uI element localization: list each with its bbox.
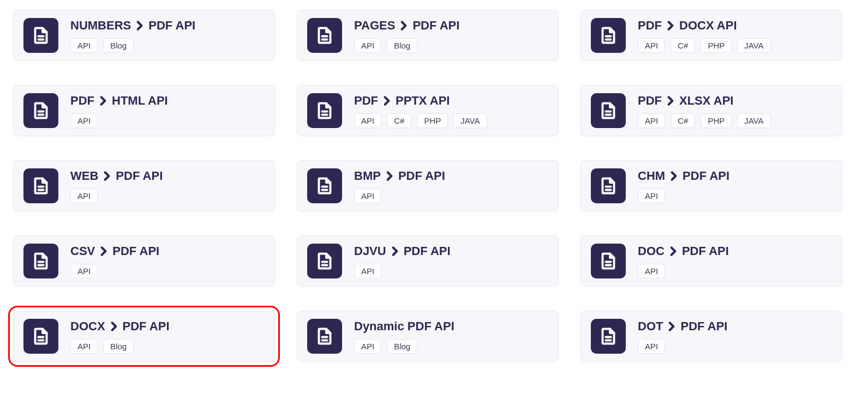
chevron-right-icon xyxy=(100,246,107,256)
card-title: PAGES PDF API xyxy=(354,19,459,33)
tag-list: API xyxy=(638,264,729,278)
title-from: PDF xyxy=(638,19,662,33)
tag[interactable]: API xyxy=(70,264,98,278)
card-title: NUMBERS PDF API xyxy=(70,19,195,33)
document-icon xyxy=(307,319,342,354)
api-card[interactable]: WEB PDF APIAPI xyxy=(13,160,275,211)
document-icon xyxy=(591,244,626,278)
title-from: BMP xyxy=(354,169,381,183)
card-title: PDF XLSX API xyxy=(638,94,771,108)
api-card[interactable]: DOC PDF APIAPI xyxy=(580,235,842,287)
document-icon xyxy=(307,93,342,128)
title-from: PAGES xyxy=(354,19,395,33)
tag[interactable]: API xyxy=(354,264,381,278)
tag-list: API xyxy=(70,264,159,278)
card-title: BMP PDF API xyxy=(354,169,445,183)
tag[interactable]: JAVA xyxy=(737,38,770,53)
tag[interactable]: C# xyxy=(671,38,695,53)
tag[interactable]: JAVA xyxy=(737,113,770,128)
tag[interactable]: PHP xyxy=(701,38,732,53)
title-from: DJVU xyxy=(354,244,386,258)
title-to: PDF API xyxy=(398,169,445,183)
card-title: PDF PPTX API xyxy=(354,94,487,108)
chevron-right-icon xyxy=(667,96,674,106)
document-icon xyxy=(23,18,58,53)
document-icon xyxy=(591,18,626,53)
tag[interactable]: Blog xyxy=(387,38,417,53)
api-card[interactable]: PAGES PDF APIAPIBlog xyxy=(297,10,559,61)
title-to: XLSX API xyxy=(679,94,733,108)
tag[interactable]: Blog xyxy=(103,38,134,53)
api-card[interactable]: PDF HTML APIAPI xyxy=(13,85,275,136)
title-to: PDF API xyxy=(112,244,159,258)
tag[interactable]: API xyxy=(354,189,381,203)
tag[interactable]: API xyxy=(70,189,98,203)
api-card[interactable]: PDF PPTX APIAPIC#PHPJAVA xyxy=(297,85,559,136)
tag[interactable]: API xyxy=(638,339,665,354)
document-icon xyxy=(307,244,342,278)
title-from: CHM xyxy=(638,169,665,183)
title-to: PDF API xyxy=(116,169,163,183)
card-title: CHM PDF API xyxy=(638,169,729,183)
tag-list: API xyxy=(354,189,445,203)
chevron-right-icon xyxy=(104,171,110,181)
title-from: DOT xyxy=(638,319,663,334)
tag[interactable]: API xyxy=(70,113,98,128)
tag[interactable]: API xyxy=(638,189,665,203)
chevron-right-icon xyxy=(671,171,677,181)
card-title: PDF HTML API xyxy=(70,94,168,108)
chevron-right-icon xyxy=(100,96,106,106)
chevron-right-icon xyxy=(668,322,675,331)
tag[interactable]: JAVA xyxy=(453,113,487,128)
card-title: Dynamic PDF API xyxy=(354,319,454,334)
title-to: PDF API xyxy=(123,319,170,334)
tag-list: API xyxy=(354,264,451,278)
tag[interactable]: C# xyxy=(671,113,695,128)
tag[interactable]: API xyxy=(638,113,665,128)
tag-list: API xyxy=(70,189,163,203)
api-card[interactable]: PDF DOCX APIAPIC#PHPJAVA xyxy=(580,10,842,61)
tag[interactable]: API xyxy=(638,38,665,53)
api-card[interactable]: NUMBERS PDF APIAPIBlog xyxy=(13,10,275,61)
tag[interactable]: API xyxy=(638,264,665,278)
chevron-right-icon xyxy=(392,246,398,256)
card-title: DJVU PDF API xyxy=(354,244,451,258)
card-title: DOCX PDF API xyxy=(70,319,170,334)
chevron-right-icon xyxy=(400,21,407,31)
tag-list: API xyxy=(70,113,168,128)
tag[interactable]: Blog xyxy=(103,339,134,354)
chevron-right-icon xyxy=(667,21,674,31)
tag[interactable]: API xyxy=(70,38,98,53)
document-icon xyxy=(307,168,342,203)
api-card[interactable]: DOT PDF APIAPI xyxy=(580,311,842,362)
api-card[interactable]: PDF XLSX APIAPIC#PHPJAVA xyxy=(580,85,842,136)
tag[interactable]: PHP xyxy=(701,113,732,128)
tag[interactable]: API xyxy=(354,38,381,53)
tag[interactable]: API xyxy=(354,113,381,128)
tag[interactable]: Blog xyxy=(387,339,417,354)
card-title: PDF DOCX API xyxy=(638,19,771,33)
title-from: WEB xyxy=(70,169,98,183)
api-card[interactable]: CHM PDF APIAPI xyxy=(580,160,842,211)
tag[interactable]: API xyxy=(70,339,98,354)
title-to: PDF API xyxy=(412,19,459,33)
api-card[interactable]: DOCX PDF APIAPIBlog xyxy=(13,311,275,362)
tag[interactable]: PHP xyxy=(417,113,448,128)
card-title: WEB PDF API xyxy=(70,169,163,183)
tag[interactable]: C# xyxy=(387,113,411,128)
chevron-right-icon xyxy=(111,322,117,331)
chevron-right-icon xyxy=(670,246,677,256)
card-title: DOT PDF API xyxy=(638,319,727,334)
title-to: PPTX API xyxy=(396,94,450,108)
api-card[interactable]: DJVU PDF APIAPI xyxy=(297,235,559,287)
api-card[interactable]: CSV PDF APIAPI xyxy=(13,235,275,287)
chevron-right-icon xyxy=(384,96,390,106)
document-icon xyxy=(591,93,626,128)
title-to: PDF API xyxy=(404,244,451,258)
tag-list: APIC#PHPJAVA xyxy=(638,38,771,53)
api-card[interactable]: Dynamic PDF APIAPIBlog xyxy=(297,311,559,362)
tag[interactable]: API xyxy=(354,339,381,354)
document-icon xyxy=(23,93,58,128)
title-from: CSV xyxy=(70,244,95,258)
api-card[interactable]: BMP PDF APIAPI xyxy=(297,160,559,211)
